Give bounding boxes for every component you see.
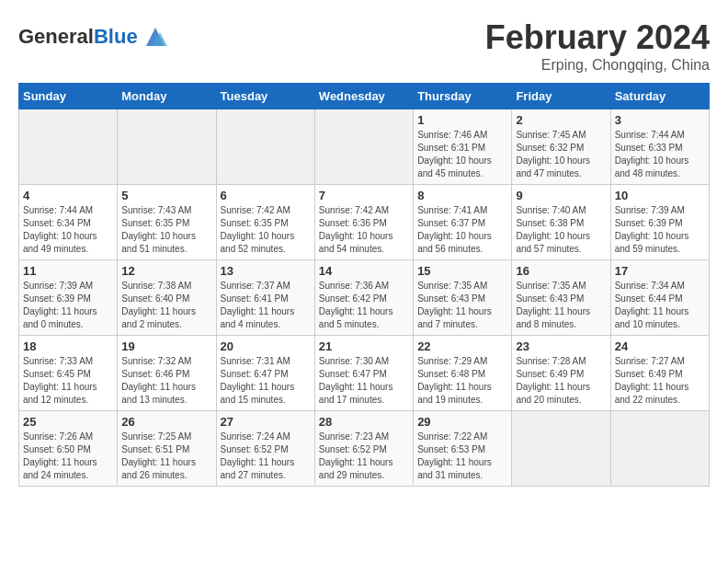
- day-info: Sunrise: 7:44 AMSunset: 6:34 PMDaylight:…: [23, 204, 113, 256]
- month-year-title: February 2024: [485, 18, 710, 57]
- day-number: 18: [23, 339, 113, 353]
- day-info: Sunrise: 7:39 AMSunset: 6:39 PMDaylight:…: [615, 204, 705, 256]
- day-number: 21: [319, 339, 409, 353]
- day-number: 7: [319, 189, 409, 202]
- header-tuesday: Tuesday: [216, 84, 314, 109]
- title-block: February 2024 Erping, Chongqing, China: [485, 18, 710, 74]
- day-number: 24: [615, 339, 705, 353]
- week-row-1: 1Sunrise: 7:46 AMSunset: 6:31 PMDaylight…: [19, 109, 710, 185]
- day-cell: 8Sunrise: 7:41 AMSunset: 6:37 PMDaylight…: [414, 185, 512, 260]
- day-number: 23: [516, 339, 606, 353]
- day-info: Sunrise: 7:35 AMSunset: 6:43 PMDaylight:…: [516, 280, 606, 331]
- day-number: 9: [516, 189, 606, 202]
- week-row-5: 25Sunrise: 7:26 AMSunset: 6:50 PMDayligh…: [19, 411, 710, 487]
- day-cell: 26Sunrise: 7:25 AMSunset: 6:51 PMDayligh…: [118, 411, 216, 487]
- day-number: 28: [319, 415, 409, 429]
- day-info: Sunrise: 7:39 AMSunset: 6:39 PMDaylight:…: [23, 280, 113, 331]
- day-number: 6: [221, 189, 311, 202]
- day-cell: 10Sunrise: 7:39 AMSunset: 6:39 PMDayligh…: [610, 185, 709, 260]
- day-cell: 24Sunrise: 7:27 AMSunset: 6:49 PMDayligh…: [610, 336, 709, 411]
- week-row-2: 4Sunrise: 7:44 AMSunset: 6:34 PMDaylight…: [19, 185, 710, 260]
- day-cell: 21Sunrise: 7:30 AMSunset: 6:47 PMDayligh…: [314, 336, 413, 411]
- day-info: Sunrise: 7:31 AMSunset: 6:47 PMDaylight:…: [221, 355, 311, 407]
- header-friday: Friday: [512, 84, 610, 109]
- day-cell: 14Sunrise: 7:36 AMSunset: 6:42 PMDayligh…: [314, 260, 413, 336]
- day-cell: 12Sunrise: 7:38 AMSunset: 6:40 PMDayligh…: [118, 260, 216, 336]
- day-info: Sunrise: 7:41 AMSunset: 6:37 PMDaylight:…: [417, 204, 507, 256]
- day-cell: 25Sunrise: 7:26 AMSunset: 6:50 PMDayligh…: [19, 411, 118, 487]
- day-number: 13: [221, 264, 311, 278]
- day-cell: [118, 109, 216, 185]
- day-info: Sunrise: 7:22 AMSunset: 6:53 PMDaylight:…: [417, 431, 507, 482]
- day-number: 19: [121, 339, 211, 353]
- day-cell: 19Sunrise: 7:32 AMSunset: 6:46 PMDayligh…: [118, 336, 216, 411]
- header-wednesday: Wednesday: [314, 84, 413, 109]
- day-cell: 22Sunrise: 7:29 AMSunset: 6:48 PMDayligh…: [414, 336, 512, 411]
- day-cell: 5Sunrise: 7:43 AMSunset: 6:35 PMDaylight…: [118, 185, 216, 260]
- week-row-4: 18Sunrise: 7:33 AMSunset: 6:45 PMDayligh…: [19, 336, 710, 411]
- day-info: Sunrise: 7:27 AMSunset: 6:49 PMDaylight:…: [615, 355, 705, 407]
- day-cell: 15Sunrise: 7:35 AMSunset: 6:43 PMDayligh…: [414, 260, 512, 336]
- day-number: 2: [516, 113, 606, 127]
- day-number: 26: [121, 415, 211, 429]
- logo: GeneralBlue: [18, 23, 169, 51]
- day-number: 20: [221, 339, 311, 353]
- day-cell: [314, 109, 413, 185]
- day-number: 25: [23, 415, 113, 429]
- day-cell: 27Sunrise: 7:24 AMSunset: 6:52 PMDayligh…: [216, 411, 314, 487]
- day-cell: 1Sunrise: 7:46 AMSunset: 6:31 PMDaylight…: [414, 109, 512, 185]
- day-cell: 20Sunrise: 7:31 AMSunset: 6:47 PMDayligh…: [216, 336, 314, 411]
- day-number: 29: [417, 415, 507, 429]
- day-info: Sunrise: 7:46 AMSunset: 6:31 PMDaylight:…: [417, 129, 507, 180]
- header-saturday: Saturday: [610, 84, 709, 109]
- day-info: Sunrise: 7:42 AMSunset: 6:35 PMDaylight:…: [221, 204, 311, 256]
- day-info: Sunrise: 7:40 AMSunset: 6:38 PMDaylight:…: [516, 204, 606, 256]
- logo-blue: Blue: [94, 25, 138, 48]
- day-number: 16: [516, 264, 606, 278]
- day-number: 8: [417, 189, 507, 202]
- day-number: 3: [615, 113, 705, 127]
- day-info: Sunrise: 7:38 AMSunset: 6:40 PMDaylight:…: [121, 280, 211, 331]
- day-number: 12: [121, 264, 211, 278]
- day-cell: [19, 109, 118, 185]
- day-info: Sunrise: 7:45 AMSunset: 6:32 PMDaylight:…: [516, 129, 606, 180]
- day-cell: [512, 411, 610, 487]
- location-title: Erping, Chongqing, China: [485, 57, 710, 74]
- day-info: Sunrise: 7:36 AMSunset: 6:42 PMDaylight:…: [319, 280, 409, 331]
- header-monday: Monday: [118, 84, 216, 109]
- day-info: Sunrise: 7:33 AMSunset: 6:45 PMDaylight:…: [23, 355, 113, 407]
- day-info: Sunrise: 7:37 AMSunset: 6:41 PMDaylight:…: [221, 280, 311, 331]
- day-cell: 6Sunrise: 7:42 AMSunset: 6:35 PMDaylight…: [216, 185, 314, 260]
- logo-icon: [142, 23, 169, 51]
- page-header: GeneralBlue February 2024 Erping, Chongq…: [18, 18, 710, 74]
- day-number: 14: [319, 264, 409, 278]
- day-cell: 9Sunrise: 7:40 AMSunset: 6:38 PMDaylight…: [512, 185, 610, 260]
- day-info: Sunrise: 7:42 AMSunset: 6:36 PMDaylight:…: [319, 204, 409, 256]
- week-row-3: 11Sunrise: 7:39 AMSunset: 6:39 PMDayligh…: [19, 260, 710, 336]
- day-cell: 17Sunrise: 7:34 AMSunset: 6:44 PMDayligh…: [610, 260, 709, 336]
- day-info: Sunrise: 7:29 AMSunset: 6:48 PMDaylight:…: [417, 355, 507, 407]
- day-info: Sunrise: 7:34 AMSunset: 6:44 PMDaylight:…: [615, 280, 705, 331]
- day-cell: 13Sunrise: 7:37 AMSunset: 6:41 PMDayligh…: [216, 260, 314, 336]
- day-info: Sunrise: 7:26 AMSunset: 6:50 PMDaylight:…: [23, 431, 113, 482]
- day-cell: 7Sunrise: 7:42 AMSunset: 6:36 PMDaylight…: [314, 185, 413, 260]
- day-number: 17: [615, 264, 705, 278]
- logo-general: General: [18, 25, 94, 48]
- day-cell: 16Sunrise: 7:35 AMSunset: 6:43 PMDayligh…: [512, 260, 610, 336]
- day-number: 10: [615, 189, 705, 202]
- day-number: 11: [23, 264, 113, 278]
- day-cell: 28Sunrise: 7:23 AMSunset: 6:52 PMDayligh…: [314, 411, 413, 487]
- day-cell: 23Sunrise: 7:28 AMSunset: 6:49 PMDayligh…: [512, 336, 610, 411]
- day-info: Sunrise: 7:24 AMSunset: 6:52 PMDaylight:…: [221, 431, 311, 482]
- day-info: Sunrise: 7:35 AMSunset: 6:43 PMDaylight:…: [417, 280, 507, 331]
- header-thursday: Thursday: [414, 84, 512, 109]
- day-number: 1: [417, 113, 507, 127]
- day-number: 5: [121, 189, 211, 202]
- day-cell: 2Sunrise: 7:45 AMSunset: 6:32 PMDaylight…: [512, 109, 610, 185]
- day-number: 15: [417, 264, 507, 278]
- header-sunday: Sunday: [19, 84, 118, 109]
- day-cell: 3Sunrise: 7:44 AMSunset: 6:33 PMDaylight…: [610, 109, 709, 185]
- day-cell: 11Sunrise: 7:39 AMSunset: 6:39 PMDayligh…: [19, 260, 118, 336]
- day-cell: 4Sunrise: 7:44 AMSunset: 6:34 PMDaylight…: [19, 185, 118, 260]
- day-number: 4: [23, 189, 113, 202]
